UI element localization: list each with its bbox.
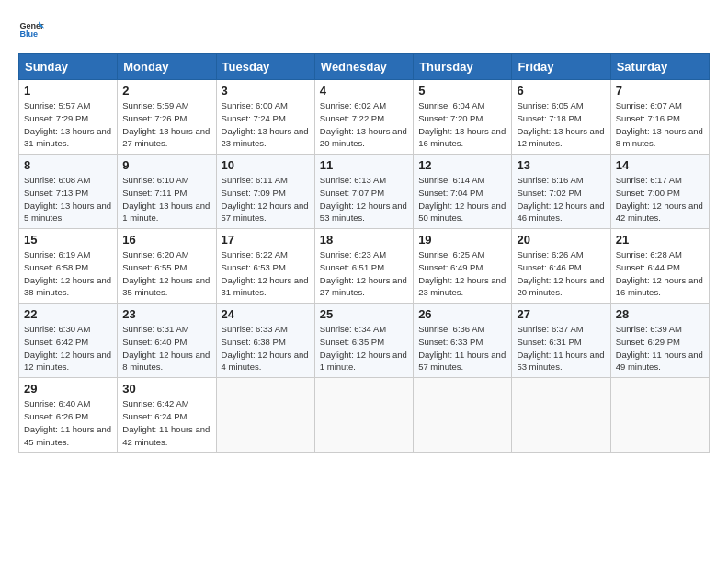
cell-info: Sunrise: 6:26 AMSunset: 6:46 PMDaylight:… bbox=[517, 248, 605, 299]
calendar-cell: 10 Sunrise: 6:11 AMSunset: 7:09 PMDaylig… bbox=[216, 155, 314, 229]
calendar-header-row: SundayMondayTuesdayWednesdayThursdayFrid… bbox=[19, 54, 710, 80]
day-number: 11 bbox=[320, 158, 408, 172]
calendar-cell: 26 Sunrise: 6:36 AMSunset: 6:33 PMDaylig… bbox=[414, 304, 512, 378]
day-number: 23 bbox=[122, 307, 210, 321]
day-number: 1 bbox=[24, 84, 112, 98]
calendar-cell: 8 Sunrise: 6:08 AMSunset: 7:13 PMDayligh… bbox=[19, 155, 118, 229]
calendar-week-4: 22 Sunrise: 6:30 AMSunset: 6:42 PMDaylig… bbox=[19, 304, 710, 378]
cell-info: Sunrise: 6:16 AMSunset: 7:02 PMDaylight:… bbox=[517, 174, 605, 224]
calendar-cell: 16 Sunrise: 6:20 AMSunset: 6:55 PMDaylig… bbox=[118, 229, 216, 304]
calendar-cell bbox=[216, 378, 314, 453]
cell-info: Sunrise: 6:11 AMSunset: 7:09 PMDaylight:… bbox=[222, 174, 310, 224]
cell-info: Sunrise: 6:31 AMSunset: 6:40 PMDaylight:… bbox=[122, 323, 210, 373]
calendar-cell: 28 Sunrise: 6:39 AMSunset: 6:29 PMDaylig… bbox=[610, 304, 709, 378]
day-header-tuesday: Tuesday bbox=[216, 54, 314, 80]
calendar-table: SundayMondayTuesdayWednesdayThursdayFrid… bbox=[18, 53, 710, 453]
cell-info: Sunrise: 6:17 AMSunset: 7:00 PMDaylight:… bbox=[616, 174, 704, 224]
cell-info: Sunrise: 6:33 AMSunset: 6:38 PMDaylight:… bbox=[222, 323, 310, 373]
day-header-monday: Monday bbox=[118, 54, 216, 80]
day-number: 20 bbox=[517, 233, 605, 247]
cell-info: Sunrise: 6:07 AMSunset: 7:16 PMDaylight:… bbox=[616, 99, 704, 150]
calendar-cell: 15 Sunrise: 6:19 AMSunset: 6:58 PMDaylig… bbox=[19, 229, 118, 304]
logo: General Blue bbox=[18, 17, 48, 42]
calendar-cell: 12 Sunrise: 6:14 AMSunset: 7:04 PMDaylig… bbox=[414, 155, 512, 229]
calendar-week-2: 8 Sunrise: 6:08 AMSunset: 7:13 PMDayligh… bbox=[19, 155, 710, 229]
day-number: 28 bbox=[616, 307, 704, 321]
calendar-cell: 27 Sunrise: 6:37 AMSunset: 6:31 PMDaylig… bbox=[512, 304, 610, 378]
calendar-cell: 1 Sunrise: 5:57 AMSunset: 7:29 PMDayligh… bbox=[19, 80, 118, 155]
calendar-cell: 5 Sunrise: 6:04 AMSunset: 7:20 PMDayligh… bbox=[414, 80, 512, 155]
day-number: 2 bbox=[122, 84, 210, 98]
calendar-cell bbox=[512, 378, 610, 453]
calendar-cell bbox=[610, 378, 709, 453]
calendar-cell: 29 Sunrise: 6:40 AMSunset: 6:26 PMDaylig… bbox=[19, 378, 118, 453]
calendar-cell: 13 Sunrise: 6:16 AMSunset: 7:02 PMDaylig… bbox=[512, 155, 610, 229]
cell-info: Sunrise: 6:10 AMSunset: 7:11 PMDaylight:… bbox=[122, 174, 210, 224]
day-header-friday: Friday bbox=[512, 54, 610, 80]
calendar-cell: 20 Sunrise: 6:26 AMSunset: 6:46 PMDaylig… bbox=[512, 229, 610, 304]
day-number: 14 bbox=[616, 158, 704, 172]
calendar-body: 1 Sunrise: 5:57 AMSunset: 7:29 PMDayligh… bbox=[19, 80, 710, 453]
calendar-cell: 14 Sunrise: 6:17 AMSunset: 7:00 PMDaylig… bbox=[610, 155, 709, 229]
calendar-cell: 25 Sunrise: 6:34 AMSunset: 6:35 PMDaylig… bbox=[314, 304, 413, 378]
calendar-cell: 24 Sunrise: 6:33 AMSunset: 6:38 PMDaylig… bbox=[216, 304, 314, 378]
cell-info: Sunrise: 6:36 AMSunset: 6:33 PMDaylight:… bbox=[418, 323, 506, 373]
cell-info: Sunrise: 6:25 AMSunset: 6:49 PMDaylight:… bbox=[418, 248, 506, 299]
day-number: 10 bbox=[222, 158, 310, 172]
calendar-cell: 19 Sunrise: 6:25 AMSunset: 6:49 PMDaylig… bbox=[414, 229, 512, 304]
day-header-thursday: Thursday bbox=[414, 54, 512, 80]
svg-text:Blue: Blue bbox=[19, 29, 38, 39]
cell-info: Sunrise: 6:02 AMSunset: 7:22 PMDaylight:… bbox=[320, 99, 408, 150]
day-number: 25 bbox=[320, 307, 408, 321]
calendar-week-3: 15 Sunrise: 6:19 AMSunset: 6:58 PMDaylig… bbox=[19, 229, 710, 304]
cell-info: Sunrise: 6:05 AMSunset: 7:18 PMDaylight:… bbox=[517, 99, 605, 150]
calendar-cell: 23 Sunrise: 6:31 AMSunset: 6:40 PMDaylig… bbox=[118, 304, 216, 378]
page: General Blue SundayMondayTuesdayWednesda… bbox=[0, 0, 728, 563]
calendar-cell bbox=[314, 378, 413, 453]
day-header-saturday: Saturday bbox=[610, 54, 709, 80]
day-number: 5 bbox=[418, 84, 506, 98]
day-number: 9 bbox=[122, 158, 210, 172]
calendar-cell: 4 Sunrise: 6:02 AMSunset: 7:22 PMDayligh… bbox=[314, 80, 413, 155]
cell-info: Sunrise: 6:40 AMSunset: 6:26 PMDaylight:… bbox=[24, 397, 112, 448]
calendar-cell: 7 Sunrise: 6:07 AMSunset: 7:16 PMDayligh… bbox=[610, 80, 709, 155]
header: General Blue bbox=[18, 17, 710, 42]
day-header-wednesday: Wednesday bbox=[314, 54, 413, 80]
cell-info: Sunrise: 5:59 AMSunset: 7:26 PMDaylight:… bbox=[122, 99, 210, 150]
day-number: 22 bbox=[24, 307, 112, 321]
cell-info: Sunrise: 6:22 AMSunset: 6:53 PMDaylight:… bbox=[222, 248, 310, 299]
day-number: 15 bbox=[24, 233, 112, 247]
calendar-cell: 2 Sunrise: 5:59 AMSunset: 7:26 PMDayligh… bbox=[118, 80, 216, 155]
day-number: 24 bbox=[222, 307, 310, 321]
day-number: 18 bbox=[320, 233, 408, 247]
day-number: 29 bbox=[24, 382, 112, 396]
cell-info: Sunrise: 6:37 AMSunset: 6:31 PMDaylight:… bbox=[517, 323, 605, 373]
cell-info: Sunrise: 6:13 AMSunset: 7:07 PMDaylight:… bbox=[320, 174, 408, 224]
cell-info: Sunrise: 6:42 AMSunset: 6:24 PMDaylight:… bbox=[122, 397, 210, 448]
cell-info: Sunrise: 6:08 AMSunset: 7:13 PMDaylight:… bbox=[24, 174, 112, 224]
calendar-cell: 17 Sunrise: 6:22 AMSunset: 6:53 PMDaylig… bbox=[216, 229, 314, 304]
calendar-week-5: 29 Sunrise: 6:40 AMSunset: 6:26 PMDaylig… bbox=[19, 378, 710, 453]
day-number: 26 bbox=[418, 307, 506, 321]
logo-icon: General Blue bbox=[18, 17, 44, 42]
calendar-cell: 3 Sunrise: 6:00 AMSunset: 7:24 PMDayligh… bbox=[216, 80, 314, 155]
cell-info: Sunrise: 6:14 AMSunset: 7:04 PMDaylight:… bbox=[418, 174, 506, 224]
calendar-cell: 6 Sunrise: 6:05 AMSunset: 7:18 PMDayligh… bbox=[512, 80, 610, 155]
cell-info: Sunrise: 6:28 AMSunset: 6:44 PMDaylight:… bbox=[616, 248, 704, 299]
calendar-cell: 21 Sunrise: 6:28 AMSunset: 6:44 PMDaylig… bbox=[610, 229, 709, 304]
day-number: 17 bbox=[222, 233, 310, 247]
cell-info: Sunrise: 6:39 AMSunset: 6:29 PMDaylight:… bbox=[616, 323, 704, 373]
day-header-sunday: Sunday bbox=[19, 54, 118, 80]
day-number: 30 bbox=[122, 382, 210, 396]
cell-info: Sunrise: 6:00 AMSunset: 7:24 PMDaylight:… bbox=[222, 99, 310, 150]
day-number: 13 bbox=[517, 158, 605, 172]
cell-info: Sunrise: 6:34 AMSunset: 6:35 PMDaylight:… bbox=[320, 323, 408, 373]
calendar-cell: 11 Sunrise: 6:13 AMSunset: 7:07 PMDaylig… bbox=[314, 155, 413, 229]
cell-info: Sunrise: 6:23 AMSunset: 6:51 PMDaylight:… bbox=[320, 248, 408, 299]
day-number: 7 bbox=[616, 84, 704, 98]
cell-info: Sunrise: 5:57 AMSunset: 7:29 PMDaylight:… bbox=[24, 99, 112, 150]
day-number: 19 bbox=[418, 233, 506, 247]
cell-info: Sunrise: 6:04 AMSunset: 7:20 PMDaylight:… bbox=[418, 99, 506, 150]
cell-info: Sunrise: 6:30 AMSunset: 6:42 PMDaylight:… bbox=[24, 323, 112, 373]
cell-info: Sunrise: 6:19 AMSunset: 6:58 PMDaylight:… bbox=[24, 248, 112, 299]
